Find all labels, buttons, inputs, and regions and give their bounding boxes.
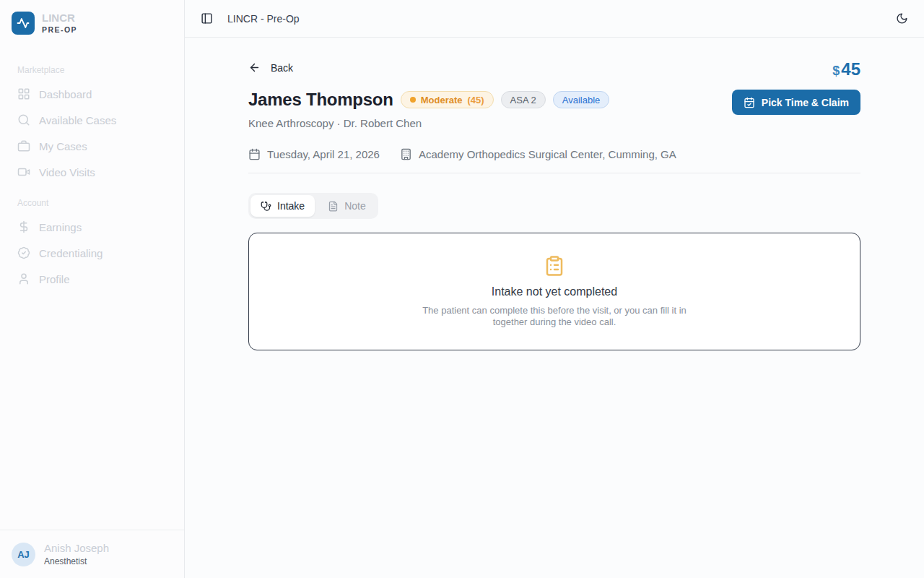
building-icon xyxy=(400,148,412,160)
sidebar-item-video-visits[interactable]: Video Visits xyxy=(9,159,175,185)
case-date-text: Tuesday, April 21, 2026 xyxy=(267,148,380,160)
tab-intake[interactable]: Intake xyxy=(250,195,315,217)
video-icon xyxy=(17,165,30,178)
user-icon xyxy=(17,272,30,285)
sidebar-item-label: Profile xyxy=(39,273,70,285)
price-amount: 45 xyxy=(841,59,860,79)
risk-count: (45) xyxy=(467,95,484,105)
claim-button-label: Pick Time & Claim xyxy=(762,97,849,108)
sidebar-item-label: Video Visits xyxy=(39,166,95,178)
asa-badge: ASA 2 xyxy=(501,91,546,108)
user-role: Anesthetist xyxy=(44,556,109,566)
case-location-text: Academy Orthopedics Surgical Center, Cum… xyxy=(419,148,676,160)
content: Back James Thompson Moderate (45) ASA 2 … xyxy=(185,38,924,578)
clipboard-list-icon xyxy=(544,255,565,277)
back-button[interactable]: Back xyxy=(248,61,293,74)
brand-subtitle: PRE-OP xyxy=(42,25,77,34)
sidebar-item-dashboard[interactable]: Dashboard xyxy=(9,81,175,107)
avatar: AJ xyxy=(12,543,35,566)
sidebar-item-label: Earnings xyxy=(39,221,82,233)
sidebar-item-earnings[interactable]: Earnings xyxy=(9,214,175,240)
panel-left-icon xyxy=(201,12,213,25)
brand: LINCR PRE-OP xyxy=(0,0,184,46)
back-label: Back xyxy=(271,62,293,74)
procedure-line: Knee Arthroscopy · Dr. Robert Chen xyxy=(248,117,609,129)
file-text-icon xyxy=(328,201,339,212)
patient-name: James Thompson xyxy=(248,90,393,110)
risk-label: Moderate xyxy=(421,95,463,105)
sidebar-item-my-cases[interactable]: My Cases xyxy=(9,133,175,159)
price: $ 45 xyxy=(832,59,860,79)
user-name: Anish Joseph xyxy=(44,542,109,555)
price-currency: $ xyxy=(832,64,840,79)
sidebar-item-profile[interactable]: Profile xyxy=(9,266,175,292)
divider xyxy=(248,173,860,173)
sidebar-item-label: My Cases xyxy=(39,140,87,152)
case-meta: Tuesday, April 21, 2026 Academy Orthoped… xyxy=(248,148,860,160)
status-badge: Available xyxy=(553,91,610,108)
topbar: LINCR - Pre-Op xyxy=(185,0,924,38)
sidebar-item-label: Available Cases xyxy=(39,114,116,126)
tab-note-label: Note xyxy=(344,200,366,212)
main-area: LINCR - Pre-Op Back James Thompson xyxy=(185,0,924,578)
calendar-check-icon xyxy=(744,97,755,108)
topbar-title: LINCR - Pre-Op xyxy=(227,13,300,25)
case-location: Academy Orthopedics Surgical Center, Cum… xyxy=(400,148,676,160)
badge-check-icon xyxy=(17,246,30,259)
dashboard-icon xyxy=(17,87,30,100)
intake-empty-description: The patient can complete this before the… xyxy=(420,305,689,329)
dollar-icon xyxy=(17,220,30,233)
risk-dot-icon xyxy=(410,97,416,103)
activity-icon xyxy=(17,17,30,30)
case-date: Tuesday, April 21, 2026 xyxy=(248,148,380,160)
sidebar-user[interactable]: AJ Anish Joseph Anesthetist xyxy=(0,530,184,578)
brand-name: LINCR xyxy=(42,12,77,25)
case-header: Back James Thompson Moderate (45) ASA 2 … xyxy=(248,58,860,129)
theme-toggle-button[interactable] xyxy=(892,8,912,29)
intake-empty-card: Intake not yet completed The patient can… xyxy=(248,233,860,350)
sidebar-item-credentialing[interactable]: Credentialing xyxy=(9,240,175,266)
intake-empty-title: Intake not yet completed xyxy=(492,285,617,298)
nav-section-marketplace: Marketplace xyxy=(9,59,175,81)
calendar-icon xyxy=(248,148,261,160)
stethoscope-icon xyxy=(261,201,271,212)
sidebar: LINCR PRE-OP Marketplace Dashboard Avail… xyxy=(0,0,185,578)
arrow-left-icon xyxy=(248,61,261,74)
sidebar-toggle-button[interactable] xyxy=(196,8,217,29)
brand-logo xyxy=(12,12,35,35)
sidebar-item-available-cases[interactable]: Available Cases xyxy=(9,107,175,133)
tab-note[interactable]: Note xyxy=(318,195,376,217)
nav-section-account: Account xyxy=(9,192,175,214)
tab-intake-label: Intake xyxy=(277,200,305,212)
sidebar-item-label: Dashboard xyxy=(39,88,92,100)
sidebar-item-label: Credentialing xyxy=(39,247,103,259)
pick-time-claim-button[interactable]: Pick Time & Claim xyxy=(732,90,860,115)
risk-badge: Moderate (45) xyxy=(401,91,494,108)
sidebar-nav: Marketplace Dashboard Available Cases My… xyxy=(0,46,184,292)
tabs: Intake Note xyxy=(248,193,378,219)
briefcase-icon xyxy=(17,139,30,152)
search-icon xyxy=(17,113,30,126)
moon-icon xyxy=(896,12,908,25)
